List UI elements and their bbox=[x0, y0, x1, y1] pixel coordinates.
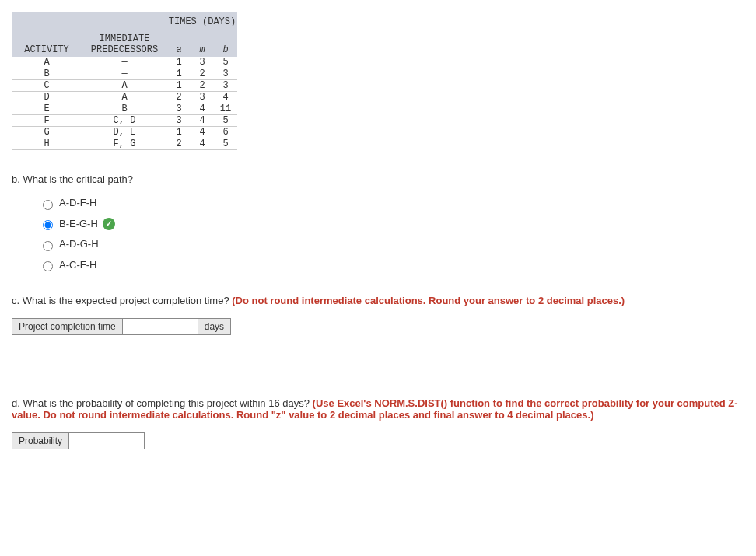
col-a: a bbox=[167, 32, 191, 57]
cell-activity: B bbox=[12, 68, 82, 80]
table-row: B—123 bbox=[12, 68, 237, 80]
cell-m: 3 bbox=[191, 57, 214, 68]
table-row: GD, E146 bbox=[12, 127, 237, 138]
cell-b: 3 bbox=[214, 68, 237, 80]
cell-b: 4 bbox=[214, 92, 237, 103]
cell-activity: D bbox=[12, 92, 82, 103]
cell-m: 4 bbox=[191, 115, 214, 127]
radio-A-D-F-H[interactable] bbox=[43, 200, 53, 210]
probability-input[interactable] bbox=[69, 433, 145, 449]
question-c-prompt-red: (Do not round intermediate calculations.… bbox=[232, 295, 625, 306]
cell-a: 3 bbox=[167, 115, 191, 127]
project-completion-unit: days bbox=[198, 319, 230, 335]
probability-label: Probability bbox=[12, 433, 69, 449]
cell-m: 2 bbox=[191, 68, 214, 80]
radio-B-E-G-H[interactable] bbox=[43, 220, 53, 230]
option-label: A-D-G-H bbox=[59, 238, 99, 250]
cell-activity: G bbox=[12, 127, 82, 138]
options-b: A-D-F-HB-E-G-H✓A-D-G-HA-C-F-H bbox=[39, 197, 744, 271]
cell-activity: H bbox=[12, 138, 82, 150]
cell-activity: F bbox=[12, 115, 82, 127]
question-b: b. What is the critical path? bbox=[12, 173, 744, 185]
cell-a: 2 bbox=[167, 138, 191, 150]
table-row: FC, D345 bbox=[12, 115, 237, 127]
col-m: m bbox=[191, 32, 214, 57]
cell-activity: E bbox=[12, 103, 82, 115]
cell-pred: A bbox=[82, 92, 167, 103]
cell-b: 11 bbox=[214, 103, 237, 115]
cell-a: 1 bbox=[167, 57, 191, 68]
radio-A-D-G-H[interactable] bbox=[43, 241, 53, 251]
probability-input-table: Probability bbox=[12, 432, 145, 449]
cell-b: 5 bbox=[214, 115, 237, 127]
question-d-prompt-black: d. What is the probability of completing… bbox=[12, 397, 313, 409]
table-row: DA234 bbox=[12, 92, 237, 103]
cell-pred: — bbox=[82, 57, 167, 68]
option: A-D-G-H bbox=[39, 238, 744, 251]
cell-pred: A bbox=[82, 80, 167, 92]
project-completion-input-table: Project completion time days bbox=[12, 318, 231, 335]
cell-pred: C, D bbox=[82, 115, 167, 127]
option-label: A-D-F-H bbox=[59, 197, 96, 208]
cell-a: 1 bbox=[167, 68, 191, 80]
cell-b: 5 bbox=[214, 138, 237, 150]
cell-activity: C bbox=[12, 80, 82, 92]
cell-a: 1 bbox=[167, 127, 191, 138]
option: A-D-F-H bbox=[39, 197, 744, 210]
table-row: A—135 bbox=[12, 57, 237, 68]
times-header: TIMES (DAYS) bbox=[167, 12, 237, 32]
cell-b: 6 bbox=[214, 127, 237, 138]
question-c: c. What is the expected project completi… bbox=[12, 295, 744, 306]
table-row: CA123 bbox=[12, 80, 237, 92]
cell-m: 3 bbox=[191, 92, 214, 103]
cell-pred: B bbox=[82, 103, 167, 115]
option-label: A-C-F-H bbox=[59, 259, 96, 271]
cell-pred: D, E bbox=[82, 127, 167, 138]
col-b: b bbox=[214, 32, 237, 57]
question-d: d. What is the probability of completing… bbox=[12, 397, 744, 421]
cell-a: 1 bbox=[167, 80, 191, 92]
cell-b: 5 bbox=[214, 57, 237, 68]
radio-A-C-F-H[interactable] bbox=[43, 261, 53, 271]
table-row: HF, G245 bbox=[12, 138, 237, 150]
activity-table: TIMES (DAYS) ACTIVITY IMMEDIATE PREDECES… bbox=[12, 12, 237, 150]
option-label: B-E-G-H bbox=[59, 218, 98, 229]
cell-m: 2 bbox=[191, 80, 214, 92]
project-completion-input[interactable] bbox=[122, 319, 198, 335]
check-icon: ✓ bbox=[103, 218, 115, 230]
cell-pred: F, G bbox=[82, 138, 167, 150]
question-b-prompt: b. What is the critical path? bbox=[12, 173, 133, 185]
option: A-C-F-H bbox=[39, 259, 744, 272]
cell-pred: — bbox=[82, 68, 167, 80]
cell-m: 4 bbox=[191, 103, 214, 115]
cell-a: 2 bbox=[167, 92, 191, 103]
col-activity: ACTIVITY bbox=[12, 32, 82, 57]
cell-b: 3 bbox=[214, 80, 237, 92]
col-predecessors: IMMEDIATE PREDECESSORS bbox=[82, 32, 167, 57]
cell-a: 3 bbox=[167, 103, 191, 115]
cell-activity: A bbox=[12, 57, 82, 68]
cell-m: 4 bbox=[191, 138, 214, 150]
project-completion-label: Project completion time bbox=[12, 319, 123, 335]
question-c-prompt-black: c. What is the expected project completi… bbox=[12, 295, 232, 306]
cell-m: 4 bbox=[191, 127, 214, 138]
option: B-E-G-H✓ bbox=[39, 218, 744, 231]
table-row: EB3411 bbox=[12, 103, 237, 115]
